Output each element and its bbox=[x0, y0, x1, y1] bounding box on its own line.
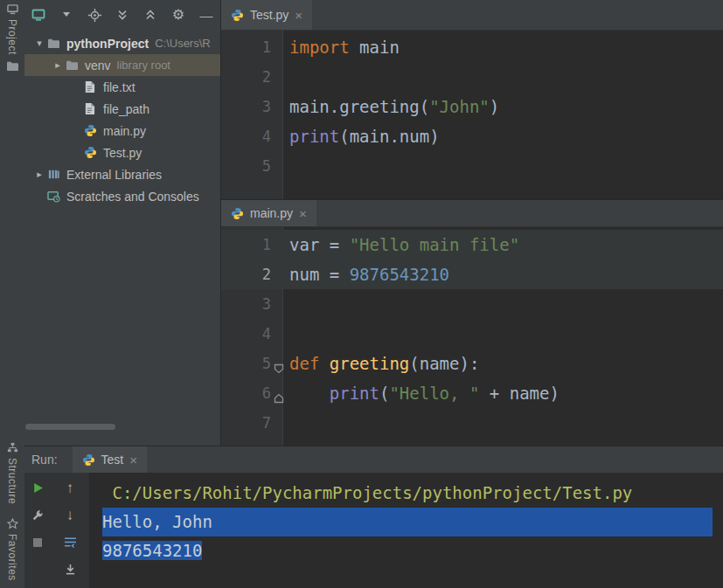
tab-label: Test.py bbox=[250, 8, 289, 22]
tab-run-test[interactable]: Test × bbox=[73, 446, 147, 473]
code-text: print(main.num) bbox=[289, 127, 440, 146]
python-icon bbox=[231, 207, 244, 220]
python-icon bbox=[84, 124, 101, 137]
line-number: 3 bbox=[221, 295, 282, 313]
code-text: import main bbox=[289, 38, 400, 57]
tool-window-options-icon[interactable] bbox=[31, 8, 45, 22]
tree-item-suffix: library root bbox=[117, 59, 170, 72]
fold-open-icon[interactable] bbox=[274, 358, 284, 369]
tree-item-file-txt[interactable]: file.txt bbox=[24, 76, 220, 98]
left-tool-strip: Project Structure Favorites bbox=[0, 0, 25, 588]
line-number: 2 bbox=[221, 266, 282, 283]
run-toolbar-primary bbox=[24, 473, 51, 588]
python-icon bbox=[84, 146, 101, 159]
chevron-down-icon[interactable]: ▾ bbox=[31, 38, 47, 49]
code-line-5[interactable]: 5 bbox=[221, 151, 723, 181]
close-icon[interactable]: × bbox=[299, 207, 307, 220]
tab-main-py[interactable]: main.py × bbox=[221, 200, 316, 226]
build-wrench-icon[interactable] bbox=[31, 508, 45, 522]
project-panel: ⚙— ▾pythonProjectC:\Users\R▸venvlibrary … bbox=[24, 0, 220, 446]
close-icon[interactable]: × bbox=[129, 453, 137, 467]
editor-main-py[interactable]: 1var = "Hello main file"2num = 987654321… bbox=[221, 226, 723, 449]
line-number: 1 bbox=[221, 38, 282, 56]
code-text: def greeting(name): bbox=[289, 354, 479, 373]
locate-file-icon[interactable] bbox=[87, 8, 101, 22]
python-icon bbox=[82, 453, 95, 467]
project-tree: ▾pythonProjectC:\Users\R▸venvlibrary roo… bbox=[24, 32, 220, 207]
collapse-all-icon[interactable] bbox=[143, 8, 157, 22]
tree-item-pythonproject[interactable]: ▾pythonProjectC:\Users\R bbox=[24, 32, 220, 54]
horizontal-scrollbar[interactable] bbox=[25, 424, 115, 430]
code-line-6[interactable]: 6 print("Hello, " + name) bbox=[221, 378, 723, 408]
tab-test-py[interactable]: Test.py × bbox=[221, 0, 312, 30]
line-number: 4 bbox=[221, 325, 282, 342]
line-number: 7 bbox=[221, 414, 282, 432]
code-line-2[interactable]: 2 bbox=[221, 62, 723, 92]
line-number: 4 bbox=[221, 128, 282, 145]
folder-icon bbox=[47, 38, 65, 49]
tree-item-main-py[interactable]: main.py bbox=[24, 120, 220, 142]
rerun-icon[interactable] bbox=[31, 481, 45, 495]
tree-item-venv[interactable]: ▸venvlibrary root bbox=[24, 54, 220, 76]
settings-gear-icon[interactable]: ⚙ bbox=[171, 8, 185, 22]
line-number: 5 bbox=[221, 157, 282, 175]
line-number: 2 bbox=[221, 68, 282, 86]
tree-item-label: Scratches and Consoles bbox=[66, 190, 199, 204]
structure-tool-label: Structure bbox=[6, 458, 18, 504]
soft-wrap-icon[interactable] bbox=[63, 535, 78, 550]
console-line-2[interactable]: Hello, John bbox=[102, 508, 713, 536]
tree-item-label: Test.py bbox=[103, 146, 142, 160]
code-text: num = 9876543210 bbox=[289, 265, 449, 284]
tree-item-label: file_path bbox=[103, 102, 149, 116]
folder-icon bbox=[6, 60, 19, 72]
fold-close-icon[interactable] bbox=[274, 388, 284, 398]
favorites-tool-button[interactable]: Favorites bbox=[6, 518, 18, 581]
stop-icon[interactable] bbox=[31, 535, 45, 550]
scroll-to-end-icon[interactable] bbox=[63, 562, 78, 577]
tree-item-file-path[interactable]: file_path bbox=[24, 98, 220, 120]
run-header: Run: Test × bbox=[24, 446, 723, 473]
caret-down-icon[interactable] bbox=[59, 8, 73, 22]
run-panel: Run: Test × ↑↓ C:/Users/Rohit/PycharmPro… bbox=[24, 446, 723, 588]
tab-label: Test bbox=[101, 453, 124, 467]
folder-icon bbox=[66, 59, 83, 71]
line-number: 1 bbox=[221, 236, 282, 253]
console-line-1[interactable]: C:/Users/Rohit/PycharmProjects/pythonPro… bbox=[102, 479, 713, 508]
code-line-3[interactable]: 3 bbox=[221, 289, 723, 319]
code-line-1[interactable]: 1import main bbox=[221, 32, 723, 62]
code-text: main.greeting("John") bbox=[289, 97, 499, 116]
up-stack-trace-icon[interactable]: ↑ bbox=[63, 481, 78, 495]
run-body: ↑↓ C:/Users/Rohit/PycharmProjects/python… bbox=[24, 473, 723, 588]
code-line-7[interactable]: 7 bbox=[221, 408, 723, 438]
tree-item-test-py[interactable]: Test.py bbox=[24, 142, 220, 163]
code-line-4[interactable]: 4print(main.num) bbox=[221, 121, 723, 151]
editor-test-py[interactable]: 1import main23main.greeting("John")4prin… bbox=[221, 30, 723, 202]
project-tool-button[interactable]: Project bbox=[6, 4, 18, 55]
editor-area: Test.py × 1import main23main.greeting("J… bbox=[220, 0, 723, 446]
hide-panel-icon[interactable]: — bbox=[199, 8, 213, 22]
code-line-5[interactable]: 5def greeting(name): bbox=[221, 349, 723, 378]
python-icon bbox=[231, 9, 244, 22]
chevron-right-icon[interactable]: ▸ bbox=[31, 169, 47, 180]
run-console[interactable]: C:/Users/Rohit/PycharmProjects/pythonPro… bbox=[90, 473, 723, 588]
code-line-2[interactable]: 2num = 9876543210 bbox=[221, 259, 723, 289]
chevron-right-icon[interactable]: ▸ bbox=[50, 59, 66, 71]
code-line-3[interactable]: 3main.greeting("John") bbox=[221, 92, 723, 121]
code-line-4[interactable]: 4 bbox=[221, 319, 723, 349]
down-stack-trace-icon[interactable]: ↓ bbox=[63, 508, 78, 522]
tree-item-external-libraries[interactable]: ▸External Libraries bbox=[24, 163, 220, 185]
favorites-icon bbox=[7, 518, 18, 529]
libraries-icon bbox=[47, 168, 65, 181]
code-text: print("Hello, " + name) bbox=[289, 384, 560, 403]
run-panel-label: Run: bbox=[31, 453, 58, 467]
scratches-icon bbox=[47, 190, 65, 203]
code-line-1[interactable]: 1var = "Hello main file" bbox=[221, 230, 723, 259]
tree-item-scratches-and-consoles[interactable]: Scratches and Consoles bbox=[24, 185, 220, 207]
structure-tool-button[interactable]: Structure bbox=[6, 442, 18, 504]
tab-label: main.py bbox=[250, 206, 293, 220]
console-line-3[interactable]: 9876543210 bbox=[102, 536, 713, 565]
expand-all-icon[interactable] bbox=[115, 8, 129, 22]
close-icon[interactable]: × bbox=[295, 9, 302, 22]
run-toolbar-secondary: ↑↓ bbox=[51, 473, 90, 588]
structure-icon bbox=[7, 442, 18, 453]
